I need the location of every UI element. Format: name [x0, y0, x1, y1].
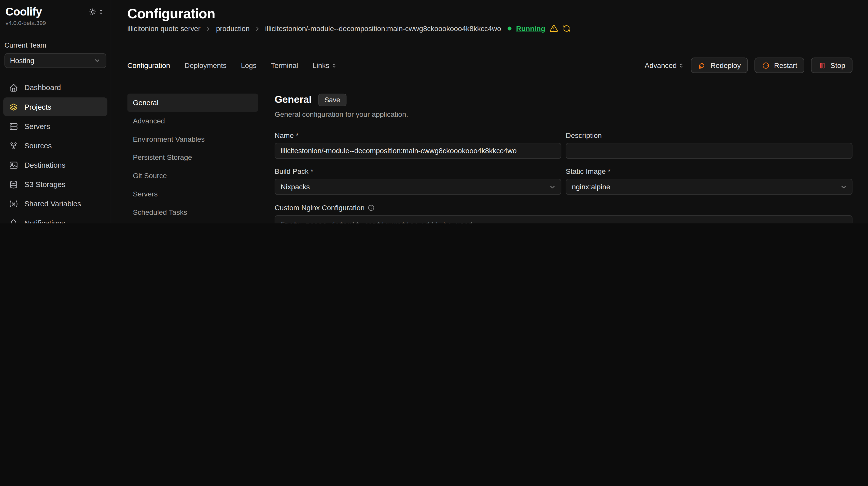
chevron-down-icon	[94, 57, 101, 64]
tab-links[interactable]: Links	[313, 61, 337, 69]
nginx-config-textarea[interactable]	[275, 215, 852, 223]
breadcrumb-environment[interactable]: production	[216, 25, 250, 33]
sidebar-item-label: Servers	[25, 122, 50, 131]
info-icon[interactable]	[367, 204, 374, 211]
database-icon	[9, 180, 18, 189]
tab-label: Logs	[241, 61, 256, 69]
action-toolbar: Advanced Redeploy Restart Stop	[645, 58, 852, 73]
status-dot	[508, 27, 512, 30]
config-menu-label: Advanced	[133, 117, 165, 125]
sidebar-item-label: Sources	[25, 141, 52, 150]
redeploy-button[interactable]: Redeploy	[691, 58, 748, 73]
sidebar-item-label: Destinations	[25, 161, 66, 169]
static-image-select[interactable]: nginx:alpine	[566, 179, 852, 195]
build-pack-value: Nixpacks	[281, 183, 310, 191]
home-icon	[9, 83, 18, 92]
section-heading-general: General	[275, 94, 312, 106]
theme-switcher[interactable]	[89, 8, 104, 16]
team-select-value: Hosting	[10, 57, 34, 65]
sidebar-item-destinations[interactable]: Destinations	[3, 156, 107, 174]
config-menu-servers[interactable]: Servers	[127, 185, 258, 203]
tab-deployments[interactable]: Deployments	[185, 61, 226, 69]
config-menu-label: Servers	[133, 190, 158, 198]
tab-label: Deployments	[185, 61, 226, 69]
sidebar-item-label: Dashboard	[25, 83, 61, 92]
chevron-right-icon	[254, 25, 261, 32]
sidebar-item-label: S3 Storages	[25, 180, 66, 189]
tab-terminal[interactable]: Terminal	[271, 61, 298, 69]
tab-label: Terminal	[271, 61, 298, 69]
save-button[interactable]: Save	[318, 94, 346, 106]
config-menu-label: Git Source	[133, 171, 167, 180]
rocket-icon	[698, 61, 707, 69]
restart-label: Restart	[774, 61, 797, 69]
chevron-updown-icon	[98, 9, 104, 15]
tab-logs[interactable]: Logs	[241, 61, 256, 69]
sidebar-item-projects[interactable]: Projects	[3, 97, 107, 116]
layers-icon	[9, 102, 18, 111]
config-menu-label: General	[133, 98, 159, 107]
config-menu-environment-variables[interactable]: Environment Variables	[127, 130, 258, 148]
destination-icon	[9, 160, 18, 170]
sidebar-nav: Dashboard Projects Servers Sources Desti…	[0, 78, 111, 223]
config-menu-label: Persistent Storage	[133, 153, 192, 162]
page-title: Configuration	[127, 4, 852, 22]
tabs-bar: Configuration Deployments Logs Terminal …	[127, 57, 852, 73]
config-menu-webhooks[interactable]: Webhooks	[127, 221, 258, 223]
sidebar-item-dashboard[interactable]: Dashboard	[3, 78, 107, 97]
current-team-label: Current Team	[0, 26, 111, 53]
git-fork-icon	[9, 141, 18, 150]
main-content: Configuration illicitonion quote server …	[111, 0, 868, 223]
sidebar-item-label: Shared Variables	[25, 199, 81, 208]
tab-configuration[interactable]: Configuration	[127, 61, 170, 69]
build-pack-select[interactable]: Nixpacks	[275, 179, 561, 195]
advanced-dropdown[interactable]: Advanced	[645, 61, 684, 69]
status-badge: Running	[516, 25, 545, 33]
server-icon	[9, 121, 18, 131]
description-input[interactable]	[566, 143, 852, 159]
static-image-value: nginx:alpine	[572, 183, 610, 191]
warning-icon	[550, 25, 558, 33]
config-menu-advanced[interactable]: Advanced	[127, 112, 258, 130]
config-menu-scheduled-tasks[interactable]: Scheduled Tasks	[127, 203, 258, 221]
chevron-updown-icon	[331, 62, 337, 68]
name-input[interactable]	[275, 143, 561, 159]
restart-icon	[762, 61, 770, 69]
bell-icon	[9, 218, 18, 223]
app-logo: Coolify	[6, 6, 42, 18]
coolify-app: Coolify v4.0.0-beta.399 Current Team Hos…	[0, 0, 868, 223]
config-menu-persistent-storage[interactable]: Persistent Storage	[127, 148, 258, 167]
general-form: General Save General configuration for y…	[275, 94, 852, 223]
restart-button[interactable]: Restart	[755, 58, 805, 73]
breadcrumb-application[interactable]: illicitestonion/-module--decomposition:m…	[265, 25, 501, 33]
breadcrumb-project[interactable]: illicitonion quote server	[127, 25, 200, 33]
redeploy-label: Redeploy	[710, 61, 741, 69]
app-version: v4.0.0-beta.399	[0, 18, 111, 26]
section-subtitle: General configuration for your applicati…	[275, 110, 852, 119]
description-label: Description	[566, 131, 602, 139]
sidebar-item-sources[interactable]: Sources	[3, 136, 107, 155]
chevron-down-icon	[549, 183, 556, 191]
chevron-updown-icon	[678, 62, 684, 68]
sidebar-item-servers[interactable]: Servers	[3, 117, 107, 136]
static-image-label: Static Image *	[566, 167, 611, 175]
config-menu: General Advanced Environment Variables P…	[127, 94, 258, 223]
sidebar-item-label: Projects	[25, 102, 52, 111]
sidebar: Coolify v4.0.0-beta.399 Current Team Hos…	[0, 0, 111, 223]
stop-button[interactable]: Stop	[811, 58, 852, 73]
pause-icon	[818, 61, 827, 69]
config-menu-git-source[interactable]: Git Source	[127, 167, 258, 185]
config-menu-general[interactable]: General	[127, 94, 258, 112]
team-select[interactable]: Hosting	[4, 53, 106, 68]
name-label: Name *	[275, 131, 299, 139]
tab-label: Configuration	[127, 61, 170, 69]
config-menu-label: Environment Variables	[133, 135, 205, 143]
config-menu-label: Scheduled Tasks	[133, 208, 187, 217]
refresh-status-icon[interactable]	[562, 25, 571, 33]
sidebar-item-s3-storages[interactable]: S3 Storages	[3, 175, 107, 194]
sidebar-item-shared-variables[interactable]: Shared Variables	[3, 194, 107, 213]
sidebar-item-notifications[interactable]: Notifications	[3, 214, 107, 223]
variable-icon	[9, 199, 18, 208]
tab-label: Links	[313, 61, 330, 69]
configuration-content: General Advanced Environment Variables P…	[127, 94, 852, 223]
